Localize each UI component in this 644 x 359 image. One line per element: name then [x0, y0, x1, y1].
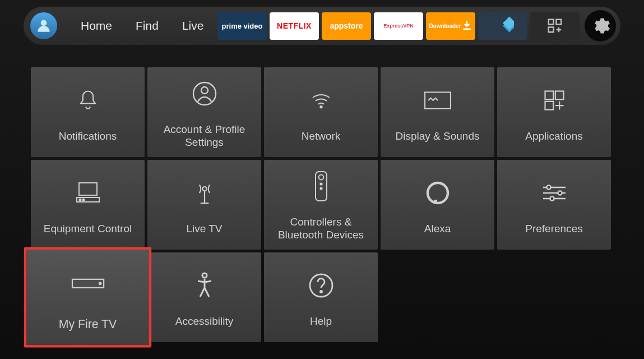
svg-point-21 — [320, 188, 322, 190]
tile-label: Account & Profile Settings — [147, 123, 261, 149]
tile-label: Help — [303, 315, 339, 328]
tile-preferences[interactable]: Preferences — [497, 160, 611, 250]
svg-point-30 — [320, 291, 322, 292]
tile-equipment[interactable]: Equipment Control — [31, 160, 145, 250]
tile-livetv[interactable]: Live TV — [147, 160, 261, 250]
firetv-box-icon — [69, 268, 106, 300]
app-grid[interactable] — [530, 12, 580, 40]
tile-myfiretv[interactable]: My Fire TV — [24, 247, 151, 347]
topbar: Home Find Live prime video NETFLIX appst… — [24, 7, 620, 45]
app-netflix[interactable]: NETFLIX — [270, 12, 319, 40]
equipment-icon — [71, 179, 105, 207]
person-circle-icon — [188, 80, 221, 108]
avatar[interactable] — [30, 12, 57, 39]
svg-point-27 — [99, 282, 100, 284]
svg-point-16 — [82, 199, 84, 200]
svg-point-28 — [202, 273, 207, 278]
help-icon — [304, 271, 338, 300]
sliders-icon — [538, 179, 571, 207]
svg-point-22 — [428, 183, 448, 203]
svg-point-23 — [546, 185, 550, 189]
tile-network[interactable]: Network — [264, 67, 378, 157]
tile-label: Alexa — [418, 223, 458, 236]
svg-point-15 — [79, 199, 81, 200]
nav-find[interactable]: Find — [136, 19, 159, 33]
tile-label: Notifications — [52, 130, 124, 143]
nav-live[interactable]: Live — [182, 19, 204, 33]
tile-account[interactable]: Account & Profile Settings — [147, 67, 261, 157]
downloader-label: Downloader — [429, 23, 461, 29]
tile-label: Controllers & Bluetooth Devices — [264, 216, 378, 242]
svg-point-19 — [318, 175, 323, 180]
apps-icon — [538, 86, 571, 114]
svg-point-25 — [550, 196, 554, 200]
svg-point-24 — [558, 191, 562, 195]
tile-label: Network — [295, 130, 348, 143]
display-icon — [421, 86, 455, 114]
app-tiles: prime video NETFLIX appstore ExpressVPN … — [217, 10, 616, 42]
alexa-icon — [421, 179, 455, 207]
tile-display[interactable]: Display & Sounds — [381, 67, 494, 157]
svg-rect-12 — [545, 101, 553, 109]
svg-point-7 — [201, 87, 208, 94]
nav-home[interactable]: Home — [81, 19, 112, 33]
svg-point-8 — [320, 106, 322, 108]
nav-links: Home Find Live — [81, 19, 203, 33]
svg-point-20 — [320, 183, 322, 185]
svg-point-0 — [41, 20, 47, 26]
accessibility-icon — [188, 271, 221, 300]
svg-rect-3 — [549, 20, 554, 25]
bell-icon — [71, 86, 105, 114]
antenna-icon — [188, 179, 221, 207]
tile-label: My Fire TV — [51, 317, 124, 332]
wifi-icon — [304, 86, 338, 114]
tile-notifications[interactable]: Notifications — [31, 67, 145, 157]
tile-accessibility[interactable]: Accessibility — [147, 252, 261, 342]
svg-rect-11 — [555, 91, 563, 99]
download-arrow-icon — [461, 19, 472, 33]
tile-controllers[interactable]: Controllers & Bluetooth Devices — [264, 160, 378, 250]
svg-rect-13 — [79, 183, 97, 195]
app-prime-video[interactable]: prime video — [217, 12, 267, 40]
grid-plus-icon — [546, 17, 563, 34]
tile-alexa[interactable]: Alexa — [381, 160, 494, 250]
svg-rect-10 — [545, 91, 553, 99]
tile-label: Accessibility — [169, 315, 240, 328]
tile-label: Display & Sounds — [389, 130, 487, 143]
tile-label: Equipment Control — [37, 223, 138, 236]
gear-icon — [590, 16, 610, 36]
kodi-icon — [492, 15, 514, 37]
tile-applications[interactable]: Applications — [497, 67, 611, 157]
remote-icon — [304, 172, 338, 200]
svg-point-17 — [202, 187, 206, 191]
svg-rect-5 — [549, 27, 554, 33]
tile-help[interactable]: Help — [264, 252, 378, 342]
person-icon — [35, 17, 53, 35]
settings-button[interactable] — [585, 10, 616, 42]
app-kodi[interactable] — [478, 12, 527, 40]
app-expressvpn[interactable]: ExpressVPN — [374, 12, 423, 40]
app-appstore[interactable]: appstore — [322, 12, 371, 40]
expressvpn-label: ExpressVPN — [383, 23, 414, 29]
svg-rect-18 — [316, 172, 327, 201]
tile-label: Applications — [518, 130, 589, 143]
tile-label: Live TV — [179, 223, 229, 236]
svg-rect-4 — [557, 20, 562, 25]
app-downloader[interactable]: Downloader — [426, 12, 475, 40]
tile-label: Preferences — [518, 223, 589, 236]
settings-grid: Notifications Account & Profile Settings… — [31, 67, 611, 342]
